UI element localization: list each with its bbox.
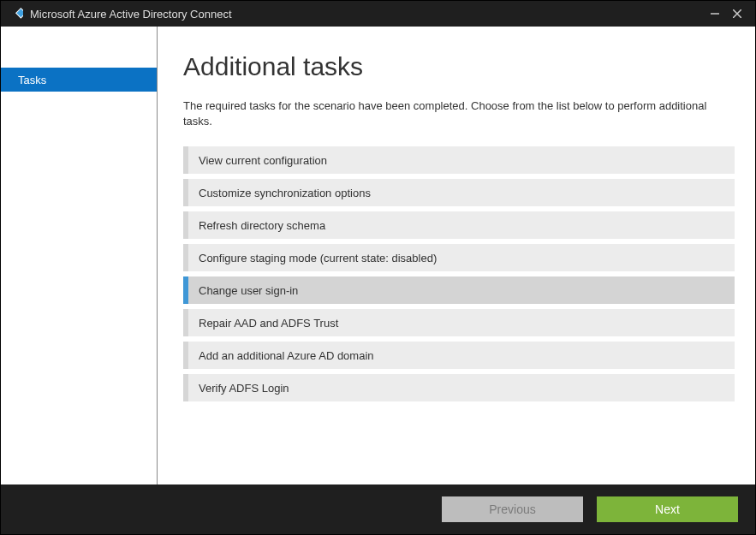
task-accent-bar (183, 146, 188, 174)
app-window: Microsoft Azure Active Directory Connect… (0, 0, 756, 535)
task-item[interactable]: Refresh directory schema (183, 211, 735, 239)
next-button[interactable]: Next (597, 496, 738, 522)
task-item-label: Customize synchronization options (199, 187, 371, 199)
task-accent-bar (183, 179, 188, 206)
window-title: Microsoft Azure Active Directory Connect (30, 8, 704, 21)
task-item[interactable]: Configure staging mode (current state: d… (183, 244, 735, 271)
page-title: Additional tasks (183, 52, 735, 81)
minimize-button[interactable] (704, 3, 726, 25)
sidebar-item-label: Tasks (18, 74, 46, 86)
page-description: The required tasks for the scenario have… (183, 98, 714, 129)
footer: Previous Next (1, 484, 755, 534)
main-panel: Additional tasks The required tasks for … (158, 27, 755, 484)
task-item-label: Repair AAD and ADFS Trust (199, 317, 338, 330)
task-item-label: Verify ADFS Login (199, 382, 289, 395)
previous-button: Previous (442, 496, 583, 522)
task-item[interactable]: Repair AAD and ADFS Trust (183, 309, 735, 336)
task-item[interactable]: View current configuration (183, 146, 735, 174)
sidebar: Tasks (1, 27, 158, 484)
svg-rect-0 (16, 9, 23, 18)
task-item[interactable]: Verify ADFS Login (183, 374, 735, 401)
close-button[interactable] (726, 3, 748, 25)
task-item-label: Configure staging mode (current state: d… (199, 252, 437, 265)
task-item[interactable]: Customize synchronization options (183, 179, 735, 206)
task-accent-bar (183, 276, 188, 304)
task-item[interactable]: Add an additional Azure AD domain (183, 342, 735, 369)
sidebar-item-tasks[interactable]: Tasks (1, 68, 157, 92)
task-item-label: Change user sign-in (199, 284, 298, 297)
task-item[interactable]: Change user sign-in (183, 276, 735, 304)
body: Tasks Additional tasks The required task… (1, 27, 755, 484)
task-accent-bar (183, 374, 188, 401)
task-list: View current configurationCustomize sync… (183, 146, 735, 401)
task-accent-bar (183, 309, 188, 336)
task-item-label: Refresh directory schema (199, 219, 325, 232)
titlebar: Microsoft Azure Active Directory Connect (1, 1, 755, 27)
task-accent-bar (183, 211, 188, 239)
task-item-label: View current configuration (199, 154, 327, 167)
app-icon (8, 6, 23, 21)
task-accent-bar (183, 342, 188, 369)
task-item-label: Add an additional Azure AD domain (199, 349, 374, 362)
task-accent-bar (183, 244, 188, 271)
